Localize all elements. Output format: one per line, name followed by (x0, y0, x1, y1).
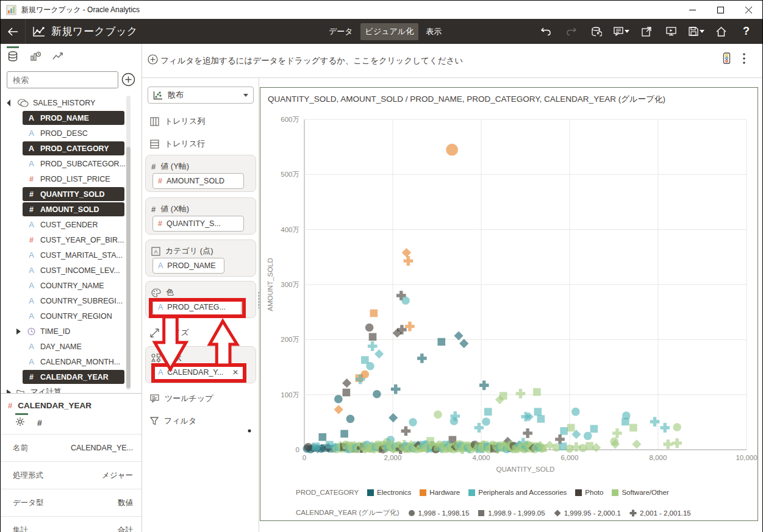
add-filter-icon[interactable] (148, 54, 158, 65)
field-prod_desc[interactable]: APROD_DESC (1, 126, 141, 141)
svg-text:QUANTITY_SOLD: QUANTITY_SOLD (496, 466, 555, 473)
kebab-menu-icon[interactable] (743, 53, 745, 64)
property-row-2[interactable]: データ型数値 (1, 489, 141, 516)
general-properties-tab[interactable] (15, 417, 25, 429)
field-country_subregi[interactable]: ACOUNTRY_SUBREGI... (1, 293, 141, 308)
limit-values-icon[interactable] (722, 52, 732, 64)
svg-text:2,000: 2,000 (384, 454, 402, 461)
tooltip-target[interactable]: ツールチップ (150, 393, 213, 404)
add-dataset-button[interactable] (121, 73, 135, 87)
svg-text:A: A (154, 249, 157, 255)
field-cust_income_lev[interactable]: ACUST_INCOME_LEV... (1, 263, 141, 278)
pill-prod_categ[interactable]: APROD_CATEG... (152, 299, 242, 315)
grammar-section-5[interactable]: 形状ACALENDAR_Y...✕ (145, 346, 256, 383)
legend-item-4[interactable]: Software/Other (612, 489, 668, 496)
field-cust_gender[interactable]: ACUST_GENDER (1, 217, 141, 232)
header-tab-2[interactable]: 表示 (421, 23, 446, 40)
number-type-icon: # (8, 401, 12, 410)
properties-title: CALENDAR_YEAR (18, 401, 91, 410)
search-input[interactable] (7, 71, 118, 88)
my-calculations-folder[interactable]: マイ計算 (1, 385, 141, 393)
legend-item-0[interactable]: Electronics (367, 489, 411, 496)
viz-type-dropdown[interactable]: 散布 (148, 87, 254, 104)
legend-item-1[interactable]: Hardware (420, 489, 460, 496)
maximize-button[interactable] (706, 1, 734, 19)
tab-data[interactable] (7, 48, 19, 64)
shape-legend-item-0[interactable]: 1,998 - 1,998.15 (408, 509, 470, 517)
header-tab-1[interactable]: ビジュアル化 (360, 23, 419, 40)
dataset-node[interactable]: SALES_HISTORY (1, 95, 141, 110)
save-caret (700, 30, 704, 33)
shape-legend-item-1[interactable]: 1,998.9 - 1,999.05 (478, 509, 545, 517)
field-cust_marital_sta[interactable]: ACUST_MARITAL_STA... (1, 247, 141, 263)
scatter-plot[interactable]: 0100万200万300万400万500万600万02,0004,0006,00… (260, 112, 758, 493)
data-panel: SALES_HISTORYAPROD_NAMEAPROD_DESCAPROD_C… (1, 44, 142, 532)
field-calendar_month[interactable]: ACALENDAR_MONTH... (1, 354, 141, 369)
grammar-section-2[interactable]: Aカテゴリ (点)APROD_NAME (145, 239, 256, 277)
color-legend-label: PROD_CATEGORY (296, 489, 359, 496)
field-country_region[interactable]: ACOUNTRY_REGION (1, 308, 141, 324)
field-time_id[interactable]: TIME_ID (1, 324, 141, 339)
property-row-1[interactable]: 処理形式メジャー (1, 461, 141, 489)
scatter-chart[interactable]: QUANTITY_SOLD, AMOUNT_SOLD / PROD_NAME, … (260, 87, 758, 521)
size-target[interactable]: サイズ (150, 327, 189, 338)
application-window: 新規ワークブック - Oracle Analytics 新規ワークブック データ… (0, 0, 763, 532)
help-icon[interactable]: ? (734, 19, 759, 44)
back-button[interactable] (1, 19, 26, 44)
pill-calendar_y[interactable]: ACALENDAR_Y...✕ (152, 364, 244, 380)
legend-item-2[interactable]: Peripherals and Accessories (468, 489, 567, 496)
field-calendar_year[interactable]: #CALENDAR_YEAR (1, 369, 141, 385)
filter-target[interactable]: フィルタ (150, 416, 196, 427)
property-row-3[interactable]: 集計合計 (1, 516, 141, 532)
comments-caret (625, 30, 629, 33)
open-window-icon[interactable] (634, 19, 659, 44)
field-prod_category[interactable]: APROD_CATEGORY (1, 141, 141, 156)
home-icon[interactable] (709, 19, 734, 44)
field-amount_sold[interactable]: #AMOUNT_SOLD (1, 202, 141, 217)
header-tab-0[interactable]: データ (324, 23, 358, 40)
tab-visualizations[interactable] (29, 48, 41, 64)
field-cust_year_of_bir[interactable]: #CUST_YEAR_OF_BIR... (1, 232, 141, 247)
field-prod_list_price[interactable]: #PROD_LIST_PRICE (1, 171, 141, 186)
field-day_name[interactable]: ADAY_NAME (1, 339, 141, 354)
field-quantity_sold[interactable]: #QUANTITY_SOLD (1, 186, 141, 202)
svg-text:10,000: 10,000 (736, 454, 757, 461)
grammar-section-0[interactable]: #値 (Y軸)#AMOUNT_SOLD (145, 155, 256, 192)
redo-icon[interactable] (559, 19, 584, 44)
property-row-0[interactable]: 名前CALENDAR_YE... (1, 434, 141, 461)
trellis-columns-target[interactable]: トレリス列 (150, 116, 205, 127)
expand-icon[interactable] (7, 99, 13, 106)
trellis-rows-target[interactable]: トレリス行 (150, 138, 205, 149)
legend-item-3[interactable]: Photo (575, 489, 603, 496)
number-format-tab[interactable]: # (37, 418, 42, 428)
undo-icon[interactable] (534, 19, 559, 44)
shape-legend-item-2[interactable]: 1,999.95 - 2,000.1 (554, 509, 621, 517)
collapse-icon[interactable] (16, 328, 21, 335)
grammar-section-1[interactable]: #値 (X軸)#QUANTITY_S... (145, 197, 256, 235)
tab-analytics[interactable] (52, 48, 64, 64)
field-country_name[interactable]: ACOUNTRY_NAME (1, 278, 141, 293)
tree-scrollbar[interactable] (126, 96, 131, 390)
svg-text:100万: 100万 (281, 391, 299, 399)
field-prod_name[interactable]: APROD_NAME (1, 110, 141, 126)
window-titlebar: 新規ワークブック - Oracle Analytics (1, 1, 762, 19)
window-title: 新規ワークブック - Oracle Analytics (21, 5, 140, 15)
minimize-button[interactable] (678, 1, 706, 19)
remove-pill-icon[interactable]: ✕ (232, 368, 238, 377)
present-icon[interactable] (659, 19, 684, 44)
filter-bar[interactable]: フィルタを追加するにはデータをドラッグするか、ここをクリックしてください (142, 44, 762, 78)
pill-amount_sold[interactable]: #AMOUNT_SOLD (152, 173, 244, 189)
svg-text:200万: 200万 (281, 336, 299, 343)
filter-bar-text: フィルタを追加するにはデータをドラッグするか、ここをクリックしてください (160, 55, 463, 66)
grammar-section-3[interactable]: 色APROD_CATEG... (145, 281, 256, 318)
close-button[interactable] (734, 1, 762, 19)
svg-text:400万: 400万 (281, 226, 299, 233)
refresh-data-icon[interactable] (584, 19, 609, 44)
field-prod_subcategor[interactable]: APROD_SUBCATEGOR... (1, 156, 141, 171)
svg-text:8,000: 8,000 (650, 454, 667, 461)
shape-legend-item-3[interactable]: 2,001 - 2,001.15 (629, 509, 691, 517)
pill-prod_name[interactable]: APROD_NAME (152, 258, 224, 274)
comments-icon[interactable] (609, 19, 634, 44)
pill-quantity_s[interactable]: #QUANTITY_S... (152, 216, 244, 232)
save-icon[interactable] (684, 19, 709, 44)
